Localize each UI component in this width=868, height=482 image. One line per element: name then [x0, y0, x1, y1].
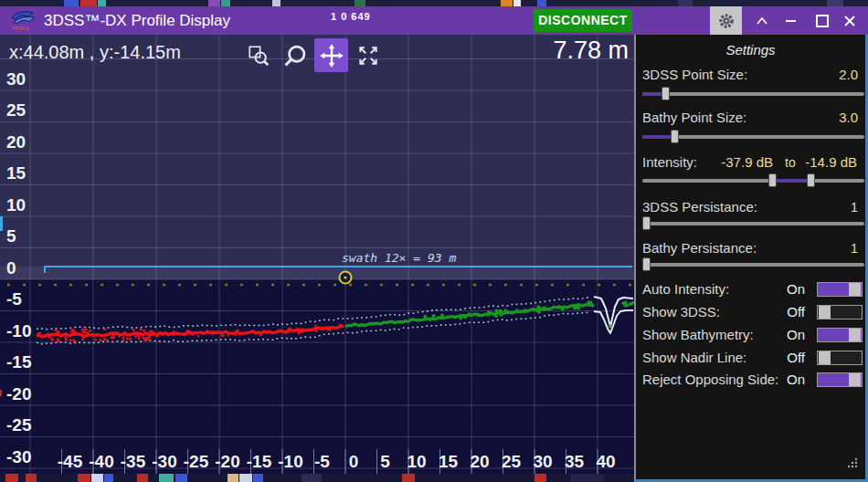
settings-panel-title: Settings: [636, 42, 865, 58]
x-axis-tick-label: 30: [533, 452, 552, 471]
x-axis-tick-label: -10: [278, 452, 302, 471]
x-axis-tick-label: -40: [89, 452, 113, 471]
slider-thumb[interactable]: [642, 257, 651, 271]
x-axis-tick-label: -25: [184, 452, 209, 471]
y-axis-tick-label: 0: [6, 258, 16, 278]
y-axis-tick-label: 15: [6, 163, 26, 183]
zoom-region-button[interactable]: [241, 38, 275, 72]
show-nadir-line-toggle[interactable]: [817, 351, 863, 365]
bathy-persistance-slider[interactable]: [642, 257, 864, 272]
bathy-point-size-slider[interactable]: [642, 130, 864, 144]
slider-track[interactable]: [642, 263, 864, 267]
y-axis-tick-label: -20: [6, 384, 31, 403]
bathy-point-size-value: 3.0: [839, 110, 858, 125]
y-axis-tick-label: -30: [6, 447, 31, 466]
magnifier-icon: [282, 43, 308, 68]
slider-thumb[interactable]: [642, 216, 651, 230]
3dss-persistance-slider[interactable]: [642, 216, 864, 231]
svg-text:PROFILE: PROFILE: [12, 26, 29, 31]
close-button[interactable]: [838, 6, 862, 35]
zoom-region-icon: [247, 44, 270, 68]
show-3dss-toggle[interactable]: [817, 305, 863, 320]
y-axis-tick-label: 20: [6, 132, 26, 152]
x-axis-tick-label: 15: [439, 452, 459, 471]
settings-panel: Settings 3DSS Point Size: 2.0 Bathy Poin…: [634, 35, 868, 482]
pan-button[interactable]: [314, 38, 348, 72]
titlebar[interactable]: PROFILE 3DSS™-DX Profile Display 1 0 649…: [0, 6, 868, 35]
maximize-icon: [816, 15, 829, 27]
bathy-persistance-value: 1: [851, 240, 858, 256]
x-axis-tick-label: -35: [121, 452, 146, 471]
expand-arrows-icon: [356, 44, 380, 68]
close-icon: [844, 16, 855, 26]
show-bathymetry-state: On: [787, 327, 805, 342]
intensity-low-thumb[interactable]: [768, 173, 777, 187]
show-bathymetry-toggle[interactable]: [817, 328, 863, 342]
y-axis-tick-label: 5: [6, 226, 16, 246]
auto-intensity-state: On: [787, 281, 805, 297]
x-axis-tick-label: -5: [314, 452, 330, 471]
intensity-high-thumb[interactable]: [807, 173, 815, 187]
x-axis-tick-label: 20: [470, 452, 489, 471]
x-axis-tick-label: 5: [380, 452, 390, 471]
fullscreen-button[interactable]: [351, 38, 385, 72]
plot-toolbar: [241, 38, 385, 72]
x-axis-tick-label: -15: [247, 452, 272, 471]
minimize-button[interactable]: [778, 6, 802, 35]
bathy-persistance-label: Bathy Persistance:: [642, 240, 757, 256]
show-nadir-line-state: Off: [787, 350, 805, 365]
window-title: 3DSS™-DX Profile Display: [44, 6, 230, 35]
slider-thumb[interactable]: [662, 87, 670, 100]
reject-opposing-side-label: Reject Opposing Side:: [642, 372, 778, 387]
app-icon[interactable]: PROFILE: [9, 7, 38, 34]
x-axis-tick-label: -45: [58, 452, 83, 471]
x-axis-tick-label: 0: [349, 452, 359, 471]
x-axis-tick-label: -20: [215, 452, 239, 471]
pan-arrows-icon: [319, 43, 344, 68]
range-readout: 7.78 m: [553, 37, 629, 65]
maximize-button[interactable]: [810, 6, 834, 35]
y-axis-tick-label: 10: [6, 195, 26, 215]
minimize-icon: [786, 20, 796, 22]
3dss-point-size-label: 3DSS Point Size:: [642, 67, 747, 82]
x-axis-tick-label: 35: [565, 452, 585, 471]
show-bathymetry-label: Show Bathymetry:: [642, 327, 754, 342]
3dss-persistance-value: 1: [851, 199, 858, 215]
origin-marker: [340, 272, 352, 284]
app-window: PROFILE 3DSS™-DX Profile Display 1 0 649…: [0, 0, 868, 482]
x-axis-tick-label: -30: [152, 452, 176, 471]
resize-grip[interactable]: [846, 456, 858, 472]
collapse-caret-button[interactable]: [750, 6, 774, 35]
intensity-low-value: -37.9 dB: [721, 154, 773, 170]
intensity-range-slider[interactable]: [642, 173, 864, 188]
intensity-to-word: to: [785, 155, 796, 170]
auto-intensity-label: Auto Intensity:: [642, 281, 729, 297]
slider-thumb[interactable]: [671, 130, 679, 143]
profile-plot-canvas[interactable]: swath 12× = 93 m302520151050-5-10-15-20-…: [0, 35, 634, 474]
desktop-edge-top: [0, 0, 868, 6]
show-3dss-state: Off: [787, 304, 805, 320]
gear-icon: [717, 12, 736, 30]
y-axis-tick-label: -25: [6, 415, 32, 435]
bathy-point-size-label: Bathy Point Size:: [642, 110, 746, 125]
y-axis-tick-label: -10: [6, 321, 31, 341]
reject-opposing-side-toggle[interactable]: [817, 372, 863, 387]
slider-track[interactable]: [642, 222, 864, 225]
show-3dss-label: Show 3DSS:: [642, 304, 720, 320]
plot-header: x:44.08m , y:-14.15m: [0, 35, 634, 77]
3dss-point-size-value: 2.0: [839, 67, 858, 82]
settings-gear-button[interactable]: [710, 6, 742, 35]
x-axis-tick-label: 40: [596, 452, 615, 471]
show-nadir-line-label: Show Nadir Line:: [642, 350, 746, 365]
3dss-point-size-slider[interactable]: [642, 87, 864, 101]
auto-intensity-toggle[interactable]: [817, 282, 863, 297]
y-axis-tick-label: 25: [6, 100, 26, 120]
reject-opposing-side-state: On: [787, 372, 805, 387]
slider-track[interactable]: [642, 92, 864, 96]
disconnect-button[interactable]: DISCONNECT: [534, 9, 632, 32]
y-axis-tick-label: -15: [6, 352, 32, 372]
intensity-label: Intensity:: [642, 154, 697, 170]
zoom-button[interactable]: [278, 38, 312, 72]
slider-track[interactable]: [642, 179, 864, 183]
x-axis-tick-label: 10: [407, 452, 426, 471]
